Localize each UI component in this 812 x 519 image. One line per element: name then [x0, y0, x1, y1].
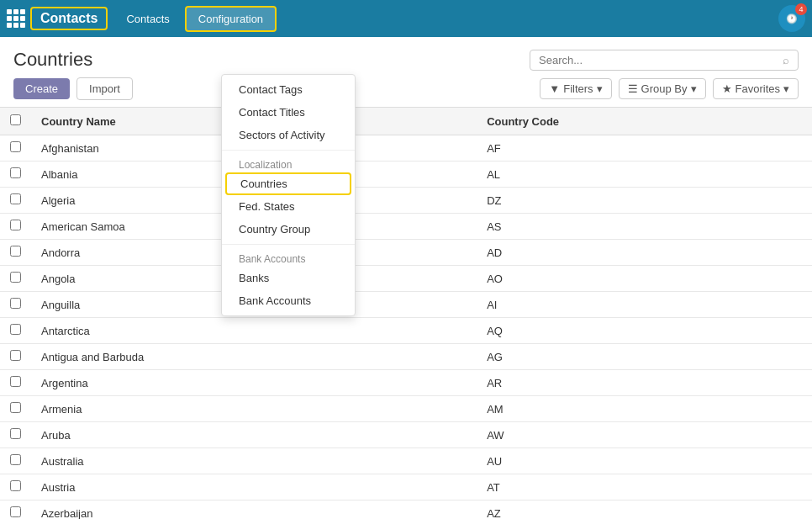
row-checkbox-cell [0, 500, 31, 520]
favorites-chevron: ▾ [783, 82, 789, 95]
row-checkbox[interactable] [10, 193, 21, 204]
country-code-cell: AM [477, 396, 812, 422]
menu-bank-accounts[interactable]: Bank Accounts [222, 289, 355, 312]
menu-contact-titles[interactable]: Contact Titles [222, 101, 355, 124]
select-all-checkbox[interactable] [10, 114, 21, 125]
row-checkbox-cell [0, 344, 31, 370]
header-checkbox-col [0, 108, 31, 135]
country-name-cell: Antigua and Barbuda [31, 344, 477, 370]
menu-divider-2 [222, 244, 355, 245]
page-title: Countries [13, 49, 92, 71]
table-row[interactable]: Azerbaijan AZ [0, 500, 812, 520]
row-checkbox[interactable] [10, 402, 21, 413]
row-checkbox-cell [0, 318, 31, 344]
row-checkbox-cell [0, 422, 31, 448]
table-row[interactable]: American Samoa AS [0, 214, 812, 240]
notifications-icon[interactable]: 🕐 4 [778, 5, 805, 32]
table-row[interactable]: Antarctica AQ [0, 318, 812, 344]
row-checkbox[interactable] [10, 167, 21, 178]
table-row[interactable]: Antigua and Barbuda AG [0, 344, 812, 370]
table-row[interactable]: Angola AO [0, 266, 812, 292]
table-row[interactable]: Algeria DZ [0, 188, 812, 214]
row-checkbox[interactable] [10, 376, 21, 387]
row-checkbox-cell [0, 474, 31, 500]
menu-country-group[interactable]: Country Group [222, 218, 355, 241]
notification-badge: 4 [795, 3, 807, 15]
country-name-cell: Aruba [31, 422, 477, 448]
countries-table-container: Country Name Country Code Afghanistan AF… [0, 107, 812, 519]
import-button[interactable]: Import [76, 77, 133, 100]
row-checkbox[interactable] [10, 506, 21, 517]
table-row[interactable]: Anguilla AI [0, 292, 812, 318]
table-row[interactable]: Andorra AD [0, 240, 812, 266]
row-checkbox[interactable] [10, 246, 21, 257]
row-checkbox[interactable] [10, 480, 21, 491]
header-actions: ⌕ [530, 50, 799, 71]
create-button[interactable]: Create [13, 78, 70, 99]
menu-divider-1 [222, 150, 355, 151]
topnav-right: 🕐 4 [778, 5, 805, 32]
favorites-button[interactable]: ★ Favorites ▾ [713, 78, 799, 99]
country-code-cell: AO [477, 266, 812, 292]
nav-contacts[interactable]: Contacts [114, 8, 181, 30]
menu-banks[interactable]: Banks [222, 267, 355, 289]
table-row[interactable]: Aruba AW [0, 422, 812, 448]
app-title[interactable]: Contacts [30, 7, 108, 30]
row-checkbox-cell [0, 188, 31, 214]
country-code-cell: AD [477, 240, 812, 266]
country-code-cell: AG [477, 344, 812, 370]
filters-chevron: ▾ [597, 82, 603, 95]
row-checkbox[interactable] [10, 350, 21, 361]
row-checkbox[interactable] [10, 324, 21, 335]
country-code-cell: AL [477, 162, 812, 188]
header-country-code: Country Code [477, 108, 812, 135]
row-checkbox[interactable] [10, 428, 21, 439]
country-code-cell: AZ [477, 500, 812, 520]
table-row[interactable]: Afghanistan AF [0, 135, 812, 162]
star-icon: ★ [722, 82, 732, 95]
nav-configuration[interactable]: Configuration [185, 6, 277, 32]
row-checkbox[interactable] [10, 298, 21, 309]
country-name-cell: Australia [31, 448, 477, 474]
country-code-cell: AQ [477, 318, 812, 344]
country-name-cell: Argentina [31, 370, 477, 396]
filter-icon: ▼ [549, 82, 560, 95]
country-code-cell: AW [477, 422, 812, 448]
search-box: ⌕ [530, 50, 799, 71]
row-checkbox[interactable] [10, 454, 21, 465]
menu-countries[interactable]: Countries [225, 172, 351, 195]
main-content: Countries ⌕ Create Import ▼ Filters ▾ ☰ … [0, 37, 812, 519]
table-row[interactable]: Argentina AR [0, 370, 812, 396]
table-row[interactable]: Armenia AM [0, 396, 812, 422]
row-checkbox-cell [0, 162, 31, 188]
filters-button[interactable]: ▼ Filters ▾ [540, 78, 611, 99]
table-row[interactable]: Austria AT [0, 474, 812, 500]
row-checkbox-cell [0, 396, 31, 422]
countries-table: Country Name Country Code Afghanistan AF… [0, 108, 812, 519]
row-checkbox[interactable] [10, 141, 21, 152]
table-row[interactable]: Australia AU [0, 448, 812, 474]
country-code-cell: AT [477, 474, 812, 500]
menu-sectors-activity[interactable]: Sectors of Activity [222, 124, 355, 146]
table-body: Afghanistan AF Albania AL Algeria DZ Ame… [0, 135, 812, 520]
country-name-cell: Antarctica [31, 318, 477, 344]
row-checkbox[interactable] [10, 272, 21, 283]
menu-section-localization: Localization [222, 154, 355, 172]
country-code-cell: AF [477, 135, 812, 162]
search-input[interactable] [539, 54, 783, 66]
top-navigation: Contacts Contacts Configuration 🕐 4 [0, 0, 812, 37]
logo-area: Contacts [7, 7, 108, 30]
groupby-button[interactable]: ☰ Group By ▾ [619, 78, 706, 99]
menu-contact-tags[interactable]: Contact Tags [222, 78, 355, 101]
grid-menu-icon[interactable] [7, 9, 25, 28]
menu-section-bank-accounts: Bank Accounts [222, 248, 355, 267]
row-checkbox-cell [0, 448, 31, 474]
row-checkbox[interactable] [10, 220, 21, 230]
groupby-icon: ☰ [628, 82, 638, 95]
menu-fed-states[interactable]: Fed. States [222, 195, 355, 218]
country-code-cell: DZ [477, 188, 812, 214]
country-code-cell: AU [477, 448, 812, 474]
country-name-cell: Armenia [31, 396, 477, 422]
configuration-dropdown: Contact Tags Contact Titles Sectors of A… [221, 74, 356, 316]
table-row[interactable]: Albania AL [0, 162, 812, 188]
